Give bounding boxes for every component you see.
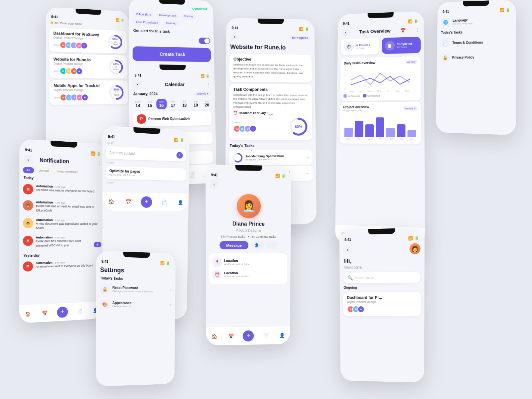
back-btn-rune[interactable]: ‹ bbox=[230, 33, 239, 41]
svg-text:0: 0 bbox=[344, 87, 346, 90]
nav-docs4[interactable]: 📄 bbox=[160, 198, 169, 206]
ongoing-label: Ongoing bbox=[340, 284, 425, 290]
complete-tasks: 34 Complete tasks bbox=[251, 235, 276, 238]
svg-text:Thu: Thu bbox=[377, 90, 381, 92]
bar-thu bbox=[375, 117, 384, 137]
language-row[interactable]: 🌐 Language Set you language bbox=[437, 13, 516, 30]
svg-text:2: 2 bbox=[344, 81, 346, 84]
terms-row[interactable]: 📄 Terms & Conditions bbox=[437, 35, 516, 51]
overview-title: Task Overview bbox=[359, 28, 391, 34]
nav-add4[interactable]: + bbox=[141, 196, 152, 208]
nav-profile4[interactable]: 👤 bbox=[176, 198, 185, 206]
tab-all[interactable]: All bbox=[23, 167, 34, 174]
nav-bar-cal2: 🏠 📅 + 📄 👤 bbox=[102, 192, 189, 211]
svg-text:Sat: Sat bbox=[396, 90, 400, 92]
optimize-pages-event[interactable]: Optimize for pages 01:00 pm - 02:15 pm bbox=[106, 166, 186, 181]
components-card: Task Components Collaborate with the des… bbox=[229, 84, 313, 140]
tab-unread[interactable]: Unread bbox=[35, 167, 52, 174]
profile-role: Product Designer bbox=[232, 228, 265, 233]
svg-text:8: 8 bbox=[344, 69, 346, 72]
search-placeholder[interactable]: Search tasks bbox=[355, 276, 374, 280]
nav-add3[interactable]: + bbox=[57, 306, 68, 318]
svg-text:4: 4 bbox=[344, 74, 346, 77]
add-contact-button[interactable]: 👤+ bbox=[251, 241, 264, 249]
todays-tasks-label: Today's Tasks bbox=[225, 142, 316, 149]
completed-count: 40 Tasks bbox=[397, 45, 412, 49]
settings-reset[interactable]: 🔒 Reset Password Change password, reset … bbox=[96, 281, 176, 298]
back-button[interactable]: ‹ bbox=[133, 80, 142, 89]
notification-title: Notification bbox=[35, 156, 73, 166]
profile-name: Diana Prince bbox=[232, 221, 265, 227]
notif-item-1: M Automation · 1 hr ago An email was sen… bbox=[19, 181, 105, 199]
back-btn-overview[interactable]: ‹ bbox=[341, 28, 350, 37]
tab-mentioned[interactable]: I was mentioned bbox=[54, 168, 82, 176]
svg-text:Wed: Wed bbox=[368, 90, 372, 92]
calendar-header: January, 2024 Weekly ▾ bbox=[129, 90, 215, 98]
hi-avatar: 👩 bbox=[410, 243, 421, 254]
weekly-selector[interactable]: Weekly bbox=[405, 60, 417, 64]
ongoing-project[interactable]: Dashboard for Pr... Digital Product Desi… bbox=[343, 292, 421, 316]
project-card-2[interactable]: Website for Rune.io Digital Product Desi… bbox=[49, 54, 128, 79]
back-btn-notif[interactable]: ‹ bbox=[24, 155, 33, 165]
notif-item-3: 🧑 Automation · 1 hr ago A new document w… bbox=[19, 215, 105, 233]
in-process-label: In Process bbox=[355, 43, 370, 47]
notif-item-2: 🧑 Automation · 1 hr ago Event date has a… bbox=[19, 197, 105, 216]
greeting-text: Hi, Welcome bbox=[344, 257, 420, 270]
nav-home4[interactable]: 🏠 bbox=[107, 197, 116, 206]
profile-avatar: 👩‍💼 bbox=[236, 194, 261, 218]
bar-fri bbox=[386, 128, 395, 137]
svg-text:Mon: Mon bbox=[349, 90, 354, 93]
bar-mon bbox=[344, 128, 353, 137]
nav-profile5[interactable]: 👤 bbox=[278, 331, 286, 339]
phone-notification: 9:41 📶🔋 ‹ Notification ⋮ All Unread I wa… bbox=[19, 139, 106, 323]
nav-add5[interactable]: + bbox=[243, 330, 254, 341]
legend-in-process: In Process bbox=[347, 94, 360, 97]
alert-toggle[interactable] bbox=[199, 38, 210, 44]
nav-calendar4[interactable]: 📅 bbox=[124, 197, 133, 206]
rune-title: Website for Rune.io bbox=[226, 42, 315, 53]
status-badge: In Progress bbox=[290, 36, 311, 40]
task-row-1[interactable]: 60% Job Matching Optimization Assignee J… bbox=[229, 150, 313, 165]
project-overview-title: Project overview bbox=[343, 105, 369, 109]
nav-calendar5[interactable]: 📅 bbox=[226, 332, 235, 340]
phone-settings: 9:41 📶🔋 Settings Today's Tasks 🔒 Reset P… bbox=[96, 251, 176, 386]
more-options-button[interactable]: ⋮ bbox=[267, 241, 277, 249]
bar-sat bbox=[397, 124, 405, 137]
bar-tue bbox=[354, 121, 363, 137]
time-label: 9:41 bbox=[51, 15, 58, 19]
project-card-1[interactable]: Dashboard for ProSavvy Digital Product D… bbox=[49, 28, 127, 54]
svg-text:Fri: Fri bbox=[387, 90, 390, 92]
in-process-count: 12 Task bbox=[355, 46, 370, 50]
notif-item-5: M Automation · 1 hr ago An email was sen… bbox=[19, 257, 104, 275]
completed-label: Completed bbox=[397, 42, 412, 46]
phone-hi: 9:41 📶🔋 ‹ 👩 Hi, Welcome 🔍 Search tasks O… bbox=[339, 228, 425, 383]
settings-appearance[interactable]: 🎨 Appearance Change them & l... › bbox=[96, 297, 175, 312]
calendar-days: Mon14 Tue15 Wed16 Thu17 Fri18 Sat19 Sun2… bbox=[129, 97, 215, 111]
nav-docs3[interactable]: 📄 bbox=[75, 307, 84, 316]
process-tasks: 5 in Process tasks bbox=[221, 235, 245, 238]
message-button[interactable]: Message bbox=[219, 241, 248, 249]
create-task-button[interactable]: Create Task bbox=[133, 46, 211, 62]
notif-item-4: M Automation · 1 hr ago Event date has a… bbox=[19, 233, 104, 251]
svg-text:Tue: Tue bbox=[358, 90, 362, 92]
bar-sun bbox=[408, 130, 416, 137]
objective-card: Objective Effectively manage and coordin… bbox=[229, 54, 312, 82]
daily-overview-title: Daily tasks overview bbox=[344, 61, 375, 65]
subtask-event[interactable]: Add new subtask + bbox=[106, 146, 186, 162]
avg-label: Avg project daily bbox=[343, 109, 369, 112]
phone-task-overview: 9:41 📶🔋 ‹ Task Overview 📅 ⋮ ⏱ In Process… bbox=[335, 11, 425, 247]
nav-home5[interactable]: 🏠 bbox=[210, 332, 219, 340]
nav-bar-notif: 🏠 📅 + 📄 👤 bbox=[19, 301, 103, 323]
privacy-row[interactable]: 🔒 Privacy Policy bbox=[437, 50, 516, 65]
legend-completed: Completed bbox=[367, 94, 380, 97]
nav-home3[interactable]: 🏠 bbox=[24, 309, 32, 318]
nav-docs5[interactable]: 📄 bbox=[262, 331, 270, 340]
phone-profile: 9:41 📶🔋 ‹ 👩‍💼 Diana Prince Product Desig… bbox=[205, 165, 291, 345]
project-card-3[interactable]: Mobile Apps for Track.id Digital Product… bbox=[50, 80, 129, 105]
back-btn-profile[interactable]: ‹ bbox=[210, 180, 219, 189]
bar-wed bbox=[365, 124, 374, 137]
svg-text:Sun: Sun bbox=[405, 90, 410, 92]
back-btn-hi[interactable]: ‹ bbox=[343, 245, 352, 254]
phone-language: 9:41 📶🔋 🌐 Language Set you language Toda… bbox=[436, 0, 516, 135]
nav-calendar3[interactable]: 📅 bbox=[40, 309, 49, 318]
